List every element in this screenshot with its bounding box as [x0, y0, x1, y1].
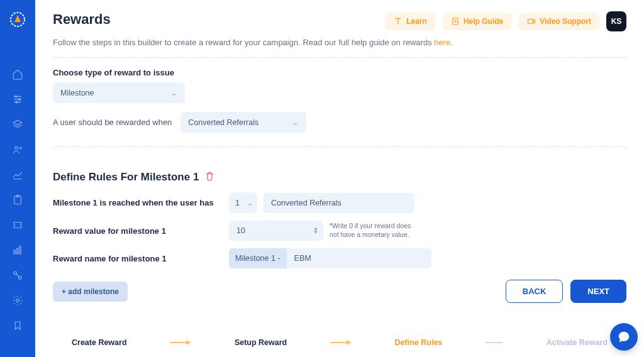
svg-marker-1	[14, 15, 21, 22]
book-icon	[394, 17, 402, 26]
milestone-reach-label: Milestone 1 is reached when the user has	[53, 198, 229, 207]
reward-when-field: A user should be rewarded when Converted…	[53, 112, 626, 133]
divider	[53, 146, 626, 147]
milestone-name-row: Reward name for milestone 1 Milestone 1 …	[53, 248, 626, 268]
reward-type-label: Choose type of reward to issue	[53, 68, 626, 77]
arrow-icon	[330, 337, 352, 348]
reward-type-select[interactable]: Milestone ⌄	[53, 82, 185, 103]
chat-icon	[617, 330, 631, 344]
reward-when-select[interactable]: Converted Referrals ⌄	[180, 112, 306, 133]
nav-analytics-icon[interactable]	[5, 163, 30, 186]
learn-button[interactable]: Learn	[385, 13, 436, 30]
nav-integrations-icon[interactable]	[5, 264, 30, 287]
nav-gear-icon[interactable]	[5, 289, 30, 312]
nav-buttons: BACK NEXT	[506, 280, 626, 303]
chevron-down-icon: ⌄	[292, 118, 299, 127]
milestone-name-prefix: Milestone 1 -	[229, 248, 287, 268]
reward-type-field: Choose type of reward to issue Milestone…	[53, 68, 626, 103]
milestone-section-header: Define Rules For Milestone 1	[53, 171, 626, 184]
svg-rect-24	[528, 19, 533, 24]
milestone-value-hint: *Write 0 if your reward does not have a …	[330, 222, 418, 239]
milestone-name-input[interactable]: EBM	[287, 248, 431, 268]
trash-icon	[205, 172, 214, 181]
help-guide-link[interactable]: here	[434, 38, 450, 47]
nav-home-icon[interactable]	[5, 63, 30, 85]
progress-stepper: Create Reward Setup Reward Define Rules …	[53, 329, 626, 348]
chevron-down-icon: ⌄	[247, 198, 253, 207]
svg-point-20	[16, 299, 19, 302]
nav-bookmark-icon[interactable]	[5, 314, 30, 337]
actions-row: + add milestone BACK NEXT	[53, 280, 626, 303]
nav-layers-icon[interactable]	[5, 113, 30, 136]
chat-fab[interactable]	[610, 323, 638, 351]
back-button[interactable]: BACK	[506, 280, 564, 303]
document-icon	[451, 17, 460, 26]
chevron-down-icon: ⌄	[170, 88, 177, 97]
user-avatar[interactable]: KS	[606, 11, 626, 31]
svg-marker-25	[533, 19, 535, 23]
svg-marker-27	[186, 340, 191, 345]
nav-ticket-icon[interactable]	[5, 214, 30, 236]
reward-when-label: A user should be rewarded when	[53, 118, 172, 127]
step-define-rules: Define Rules	[395, 338, 443, 347]
add-milestone-button[interactable]: + add milestone	[53, 282, 128, 302]
help-guide-button[interactable]: Help Guide	[442, 13, 512, 30]
svg-marker-29	[347, 340, 352, 345]
svg-point-9	[15, 146, 18, 150]
video-support-button[interactable]: Video Support	[518, 13, 600, 30]
app-logo	[7, 9, 28, 30]
nav-users-icon[interactable]	[5, 138, 30, 161]
milestone-name-label: Reward name for milestone 1	[53, 254, 229, 263]
svg-marker-8	[13, 120, 22, 125]
step-setup-reward: Setup Reward	[235, 338, 287, 347]
number-stepper-icon[interactable]: ▲▼	[313, 227, 318, 234]
page-title: Rewards	[53, 11, 111, 28]
milestone-reach-row: Milestone 1 is reached when the user has…	[53, 192, 626, 213]
svg-rect-16	[19, 246, 21, 254]
milestone-count-select[interactable]: 1 ⌄	[229, 192, 257, 213]
top-actions: Learn Help Guide Video Support KS	[385, 11, 626, 31]
nav-clipboard-icon[interactable]	[5, 189, 30, 211]
svg-point-10	[19, 147, 21, 149]
milestone-section-title: Define Rules For Milestone 1	[53, 171, 199, 184]
arrow-icon	[170, 337, 191, 348]
intro-text: Follow the steps in this builder to crea…	[53, 38, 626, 47]
step-create-reward: Create Reward	[72, 338, 127, 347]
next-button[interactable]: NEXT	[570, 280, 626, 303]
svg-rect-14	[14, 250, 15, 254]
divider	[53, 57, 626, 58]
milestone-metric-display: Converted Referrals	[264, 193, 414, 213]
main-content: Rewards Learn Help Guide Video Support K…	[35, 0, 644, 357]
sidebar	[0, 0, 35, 357]
delete-milestone-button[interactable]	[205, 172, 214, 184]
milestone-name-input-group: Milestone 1 - EBM	[229, 248, 431, 268]
nav-settings-sliders-icon[interactable]	[5, 88, 30, 111]
svg-rect-15	[17, 248, 18, 254]
svg-line-19	[16, 274, 19, 277]
top-bar: Rewards Learn Help Guide Video Support K…	[53, 11, 626, 31]
step-activate-reward: Activate Reward	[547, 338, 608, 347]
nav-chart-icon[interactable]	[5, 239, 30, 261]
milestone-value-input[interactable]: 10 ▲▼	[229, 221, 323, 241]
video-icon	[527, 17, 536, 26]
milestone-value-label: Reward value for milestone 1	[53, 226, 229, 236]
milestone-value-row: Reward value for milestone 1 10 ▲▼ *Writ…	[53, 221, 626, 241]
step-dash	[486, 342, 503, 343]
